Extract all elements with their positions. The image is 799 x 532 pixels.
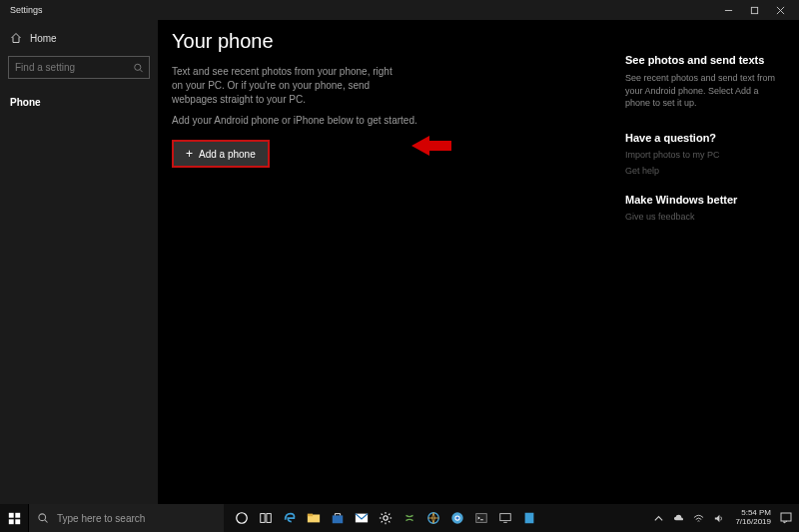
sidebar-home-label: Home [30, 33, 57, 44]
maximize-button[interactable] [741, 0, 767, 20]
right-photos-heading: See photos and send texts [625, 54, 785, 66]
sidebar-item-phone[interactable]: Phone [0, 89, 158, 116]
action-center-icon[interactable] [777, 504, 795, 532]
taskbar: Type here to search 5:54 PM 7/16/2019 [0, 504, 799, 532]
svg-line-28 [389, 514, 390, 515]
svg-rect-9 [8, 519, 13, 524]
svg-rect-1 [751, 7, 757, 13]
link-import-photos[interactable]: Import photos to my PC [625, 150, 785, 160]
add-phone-label: Add a phone [199, 149, 256, 160]
store-icon[interactable] [326, 504, 350, 532]
right-photos-text: See recent photos and send text from you… [625, 72, 785, 110]
svg-marker-6 [411, 136, 451, 156]
xbox-icon[interactable] [398, 504, 421, 532]
add-phone-button[interactable]: + Add a phone [172, 140, 270, 168]
page-title: Your phone [172, 30, 625, 53]
mail-icon[interactable] [350, 504, 374, 532]
plus-icon: + [186, 148, 193, 160]
svg-line-26 [389, 521, 390, 522]
svg-line-27 [382, 521, 383, 522]
monitor-icon[interactable] [493, 504, 517, 532]
right-panel: See photos and send texts See recent pho… [625, 30, 785, 494]
svg-rect-10 [15, 519, 20, 524]
edge-icon[interactable] [278, 504, 302, 532]
svg-rect-18 [333, 515, 344, 523]
search-icon [133, 62, 144, 73]
taskbar-search-label: Type here to search [57, 513, 145, 524]
app-icon[interactable] [517, 504, 541, 532]
file-explorer-icon[interactable] [302, 504, 326, 532]
taskbar-search[interactable]: Type here to search [28, 504, 224, 532]
annotation-arrow-icon [411, 134, 451, 158]
content-area: Your phone Text and see recent photos fr… [158, 20, 799, 504]
close-button[interactable] [767, 0, 793, 20]
clock-date: 7/16/2019 [735, 518, 771, 527]
svg-point-13 [237, 513, 248, 524]
task-view-icon[interactable] [254, 504, 278, 532]
right-question-heading: Have a question? [625, 132, 785, 144]
window-titlebar: Settings [0, 0, 799, 20]
home-icon [10, 32, 22, 44]
svg-rect-8 [15, 512, 20, 517]
page-description-2: Add your Android phone or iPhone below t… [172, 115, 625, 126]
start-button[interactable] [0, 504, 28, 532]
terminal-icon[interactable] [469, 504, 493, 532]
svg-line-12 [45, 520, 48, 523]
tray-volume-icon[interactable] [711, 511, 725, 525]
svg-line-25 [382, 514, 383, 515]
svg-rect-37 [525, 513, 534, 524]
taskbar-clock[interactable]: 5:54 PM 7/16/2019 [735, 509, 771, 527]
right-feedback-heading: Make Windows better [625, 194, 785, 206]
svg-rect-7 [8, 512, 13, 517]
page-description-1: Text and see recent photos from your pho… [172, 65, 401, 107]
settings-icon[interactable] [374, 504, 398, 532]
svg-rect-14 [261, 514, 265, 523]
svg-point-33 [455, 516, 458, 519]
sidebar: Home Phone [0, 20, 158, 504]
sidebar-home[interactable]: Home [0, 26, 158, 50]
browser-icon[interactable] [421, 504, 445, 532]
svg-rect-34 [476, 514, 487, 523]
svg-point-11 [39, 514, 46, 521]
svg-rect-15 [267, 514, 271, 523]
svg-rect-38 [781, 513, 791, 521]
svg-point-29 [403, 512, 415, 524]
tray-wifi-icon[interactable] [691, 511, 705, 525]
link-get-help[interactable]: Get help [625, 166, 785, 176]
chrome-icon[interactable] [445, 504, 469, 532]
svg-point-20 [384, 516, 388, 520]
search-icon [37, 512, 49, 524]
svg-rect-35 [500, 514, 511, 521]
tray-chevron-icon[interactable] [651, 511, 665, 525]
cortana-icon[interactable] [230, 504, 254, 532]
svg-rect-17 [308, 514, 313, 517]
svg-line-5 [140, 69, 142, 71]
svg-point-4 [135, 64, 141, 70]
tray-cloud-icon[interactable] [671, 511, 685, 525]
search-input[interactable] [8, 56, 150, 79]
link-feedback[interactable]: Give us feedback [625, 212, 785, 222]
minimize-button[interactable] [715, 0, 741, 20]
window-title: Settings [10, 5, 43, 15]
